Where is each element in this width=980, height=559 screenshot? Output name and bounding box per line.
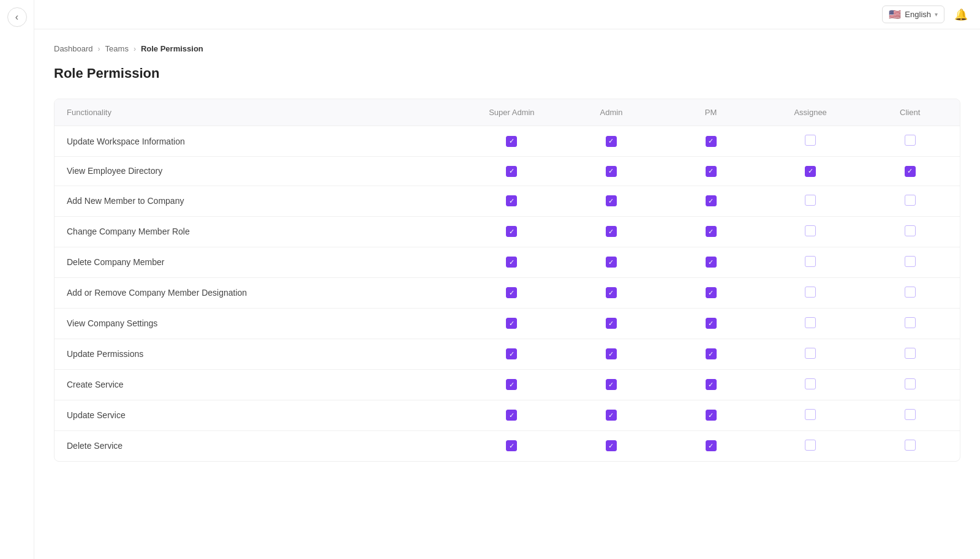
checkbox-checked[interactable]: ✓ [706,318,717,329]
checkbox-checked[interactable]: ✓ [606,379,617,390]
cell-assignee[interactable] [761,308,861,339]
checkbox-checked[interactable]: ✓ [506,348,517,359]
checkbox-unchecked[interactable] [805,409,816,420]
checkbox-checked[interactable]: ✓ [506,195,517,206]
checkbox-unchecked[interactable] [805,195,816,206]
checkbox-checked[interactable]: ✓ [506,410,517,421]
checkbox-unchecked[interactable] [905,195,916,206]
cell-super_admin[interactable]: ✓ [462,157,562,186]
cell-super_admin[interactable]: ✓ [462,247,562,277]
checkbox-unchecked[interactable] [905,256,916,267]
checkbox-checked[interactable]: ✓ [506,379,517,390]
cell-pm[interactable]: ✓ [661,400,761,430]
cell-admin[interactable]: ✓ [562,277,662,308]
checkbox-checked[interactable]: ✓ [606,440,617,451]
cell-super_admin[interactable]: ✓ [462,339,562,369]
cell-admin[interactable]: ✓ [562,157,662,186]
cell-pm[interactable]: ✓ [661,430,761,461]
cell-client[interactable] [860,369,960,400]
checkbox-checked[interactable]: ✓ [506,136,517,147]
cell-admin[interactable]: ✓ [562,126,662,157]
cell-admin[interactable]: ✓ [562,400,662,430]
checkbox-unchecked[interactable] [805,348,816,359]
cell-super_admin[interactable]: ✓ [462,400,562,430]
checkbox-checked[interactable]: ✓ [606,226,617,237]
cell-pm[interactable]: ✓ [661,277,761,308]
cell-super_admin[interactable]: ✓ [462,216,562,247]
cell-assignee[interactable]: ✓ [761,157,861,186]
cell-pm[interactable]: ✓ [661,126,761,157]
cell-assignee[interactable] [761,216,861,247]
checkbox-checked[interactable]: ✓ [706,379,717,390]
breadcrumb-teams[interactable]: Teams [105,44,129,53]
checkbox-checked[interactable]: ✓ [606,257,617,268]
cell-super_admin[interactable]: ✓ [462,308,562,339]
cell-assignee[interactable] [761,186,861,216]
checkbox-checked[interactable]: ✓ [706,136,717,147]
checkbox-unchecked[interactable] [905,378,916,389]
checkbox-checked[interactable]: ✓ [706,348,717,359]
cell-admin[interactable]: ✓ [562,186,662,216]
cell-assignee[interactable] [761,369,861,400]
checkbox-unchecked[interactable] [905,409,916,420]
checkbox-checked[interactable]: ✓ [706,166,717,177]
sidebar-toggle[interactable]: ‹ [7,7,27,27]
cell-assignee[interactable] [761,277,861,308]
cell-client[interactable] [860,216,960,247]
cell-assignee[interactable] [761,247,861,277]
cell-client[interactable] [860,430,960,461]
checkbox-checked[interactable]: ✓ [805,166,816,177]
cell-assignee[interactable] [761,126,861,157]
checkbox-unchecked[interactable] [805,378,816,389]
cell-admin[interactable]: ✓ [562,247,662,277]
cell-assignee[interactable] [761,430,861,461]
checkbox-checked[interactable]: ✓ [606,166,617,177]
cell-admin[interactable]: ✓ [562,339,662,369]
cell-pm[interactable]: ✓ [661,216,761,247]
checkbox-unchecked[interactable] [905,440,916,451]
checkbox-checked[interactable]: ✓ [606,348,617,359]
cell-admin[interactable]: ✓ [562,308,662,339]
checkbox-unchecked[interactable] [805,135,816,146]
notification-bell[interactable]: 🔔 [954,8,968,21]
checkbox-unchecked[interactable] [805,317,816,328]
checkbox-checked[interactable]: ✓ [606,318,617,329]
cell-super_admin[interactable]: ✓ [462,277,562,308]
cell-pm[interactable]: ✓ [661,247,761,277]
cell-client[interactable] [860,308,960,339]
checkbox-unchecked[interactable] [905,225,916,236]
cell-pm[interactable]: ✓ [661,369,761,400]
cell-pm[interactable]: ✓ [661,186,761,216]
cell-assignee[interactable] [761,400,861,430]
cell-super_admin[interactable]: ✓ [462,186,562,216]
checkbox-checked[interactable]: ✓ [706,287,717,298]
checkbox-checked[interactable]: ✓ [706,226,717,237]
cell-client[interactable] [860,126,960,157]
checkbox-checked[interactable]: ✓ [506,166,517,177]
cell-admin[interactable]: ✓ [562,430,662,461]
language-selector[interactable]: 🇺🇸 English ▾ [882,6,944,23]
checkbox-unchecked[interactable] [905,135,916,146]
checkbox-checked[interactable]: ✓ [706,440,717,451]
checkbox-unchecked[interactable] [905,287,916,298]
checkbox-checked[interactable]: ✓ [706,195,717,206]
cell-assignee[interactable] [761,339,861,369]
cell-pm[interactable]: ✓ [661,339,761,369]
checkbox-unchecked[interactable] [805,440,816,451]
checkbox-checked[interactable]: ✓ [506,318,517,329]
cell-client[interactable] [860,247,960,277]
checkbox-unchecked[interactable] [805,287,816,298]
checkbox-unchecked[interactable] [905,348,916,359]
checkbox-checked[interactable]: ✓ [706,410,717,421]
cell-client[interactable] [860,277,960,308]
cell-client[interactable] [860,186,960,216]
cell-admin[interactable]: ✓ [562,216,662,247]
checkbox-checked[interactable]: ✓ [606,287,617,298]
cell-pm[interactable]: ✓ [661,157,761,186]
checkbox-checked[interactable]: ✓ [606,136,617,147]
checkbox-checked[interactable]: ✓ [606,410,617,421]
cell-super_admin[interactable]: ✓ [462,430,562,461]
cell-super_admin[interactable]: ✓ [462,126,562,157]
checkbox-checked[interactable]: ✓ [606,195,617,206]
cell-admin[interactable]: ✓ [562,369,662,400]
